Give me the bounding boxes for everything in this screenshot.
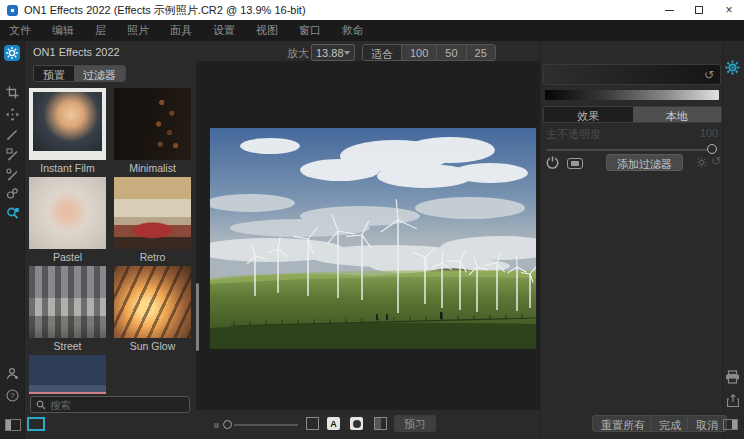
preset-thumb-retro (114, 177, 191, 249)
minimize-icon (665, 10, 674, 11)
preset-label: Minimalist (114, 160, 191, 174)
tab-presets[interactable]: 预置 (34, 66, 74, 81)
maximize-icon (695, 6, 703, 14)
histogram-box: ↺ (543, 64, 721, 85)
photo-windmills[interactable] (210, 128, 536, 349)
master-opacity-value: 100 (690, 127, 718, 139)
clone-stamp-icon[interactable] (5, 186, 20, 201)
fit-button[interactable]: 适合 (363, 45, 402, 60)
tab-local[interactable]: 本地 (633, 107, 722, 122)
preset-item-retro[interactable]: Retro (114, 177, 191, 263)
zoom-tool-icon[interactable] (5, 205, 20, 220)
right-panel-tabs: 效果 本地 (543, 106, 722, 123)
menu-edit[interactable]: 编辑 (52, 23, 74, 38)
crop-tool-icon[interactable] (5, 85, 20, 100)
filters-power-icon[interactable] (546, 156, 559, 171)
on1-logo-icon (4, 45, 20, 61)
preset-thumb-street (29, 266, 106, 338)
print-icon[interactable] (725, 370, 740, 386)
zoom-label: 放大 (287, 46, 309, 61)
search-input[interactable] (50, 399, 184, 411)
master-opacity-slider[interactable] (546, 149, 714, 151)
reset-all-button[interactable]: 重置所有 (592, 415, 654, 432)
settings-gear-icon[interactable] (725, 60, 740, 77)
preset-item-pastel[interactable]: Pastel (29, 177, 106, 263)
transform-tool-icon[interactable] (5, 107, 20, 122)
menu-settings[interactable]: 设置 (213, 23, 235, 38)
app-window: ON1 Effects 2022 (Effects 示例照片.CR2 @ 13.… (0, 0, 744, 439)
right-panel-toggle-icon[interactable] (723, 419, 738, 430)
zoom-25-button[interactable]: 25 (467, 45, 495, 60)
zoom-value: 13.88 (316, 47, 344, 59)
done-button[interactable]: 完成 (650, 415, 690, 432)
menu-mask[interactable]: 面具 (170, 23, 192, 38)
zoom-fit-group: 适合 100 50 25 (362, 44, 496, 61)
canvas-view-toggle-icon[interactable] (27, 417, 45, 431)
brush-tool-icon[interactable] (5, 127, 20, 142)
master-opacity-label: 主不透明度 (546, 127, 601, 142)
add-filter-button[interactable]: 添加过滤器 (606, 154, 683, 171)
window-title: ON1 Effects 2022 (Effects 示例照片.CR2 @ 13.… (24, 3, 306, 18)
masking-brush-icon[interactable] (5, 147, 20, 162)
maximize-button[interactable] (684, 0, 714, 20)
preset-item-partial[interactable] (29, 355, 106, 394)
preset-thumb-pastel (29, 177, 106, 249)
histogram-reset-icon[interactable]: ↺ (704, 68, 714, 82)
menu-photo[interactable]: 照片 (127, 23, 149, 38)
zoom-50-button[interactable]: 50 (437, 45, 466, 60)
preset-item-instant-film[interactable]: Instant Film (29, 88, 106, 174)
app-icon (7, 5, 18, 16)
filter-options-gear-icon[interactable] (696, 157, 707, 170)
zoom-dropdown[interactable]: 13.88 (311, 44, 355, 61)
preset-scrollbar[interactable] (196, 283, 199, 351)
menu-bar: 文件 编辑 层 照片 面具 设置 视图 窗口 救命 (0, 20, 744, 41)
window-controls: × (654, 0, 744, 20)
menu-view[interactable]: 视图 (256, 23, 278, 38)
title-bar: ON1 Effects 2022 (Effects 示例照片.CR2 @ 13.… (0, 0, 744, 20)
preset-label: Pastel (29, 249, 106, 263)
preset-label: Retro (114, 249, 191, 263)
levels-gradient-bar (545, 90, 719, 100)
bottom-zoom-slider-track[interactable] (234, 424, 298, 426)
bottom-zoom-slider-handle[interactable] (223, 420, 232, 429)
zoom-out-icon[interactable] (214, 423, 219, 428)
preset-thumb-partial (29, 355, 106, 394)
browse-panel-toggle-icon[interactable] (5, 419, 21, 431)
view-split-icon[interactable] (374, 417, 387, 430)
export-icon[interactable] (727, 394, 739, 409)
preset-thumb-sun-glow (114, 266, 191, 338)
cancel-button[interactable]: 取消 (687, 415, 727, 432)
preview-button[interactable]: 预习 (394, 415, 436, 432)
minimize-button[interactable] (654, 0, 684, 20)
close-button[interactable]: × (714, 0, 744, 20)
master-opacity-handle[interactable] (707, 144, 717, 154)
view-mask-icon[interactable] (350, 417, 363, 430)
menu-file[interactable]: 文件 (9, 23, 31, 38)
zoom-100-button[interactable]: 100 (402, 45, 437, 60)
tab-filters[interactable]: 过滤器 (74, 66, 125, 81)
effects-panel (540, 41, 722, 439)
refine-brush-icon[interactable] (5, 167, 20, 182)
preset-thumb-instant-film (29, 88, 106, 160)
menu-window[interactable]: 窗口 (299, 23, 321, 38)
svg-text:?: ? (10, 391, 15, 400)
menu-layer[interactable]: 层 (95, 23, 106, 38)
help-icon[interactable]: ? (5, 388, 20, 403)
preset-item-street[interactable]: Street (29, 266, 106, 352)
preset-item-sun-glow[interactable]: Sun Glow (114, 266, 191, 352)
preset-search (30, 396, 190, 413)
mask-preview-icon[interactable] (567, 158, 583, 169)
view-original-icon[interactable] (306, 417, 319, 430)
menu-help[interactable]: 救命 (342, 23, 364, 38)
preset-label: Street (29, 338, 106, 352)
account-icon[interactable] (5, 366, 20, 381)
preset-thumb-minimalist (114, 88, 191, 160)
filter-reset-icon[interactable]: ↺ (711, 154, 721, 168)
view-compare-icon[interactable]: A (327, 417, 340, 430)
preset-grid: Instant Film Minimalist Pastel Retro Str… (29, 88, 193, 394)
preset-label: Instant Film (29, 160, 106, 174)
tab-effects[interactable]: 效果 (544, 107, 633, 122)
preset-item-minimalist[interactable]: Minimalist (114, 88, 191, 174)
left-panel-tabs: 预置 过滤器 (33, 65, 126, 82)
panel-app-title: ON1 Effects 2022 (33, 46, 120, 58)
